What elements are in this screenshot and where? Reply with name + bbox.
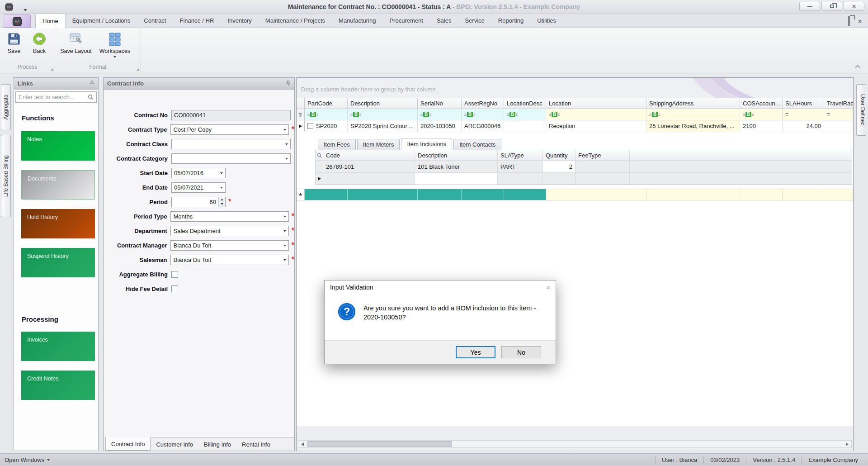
tab-maintenance-projects[interactable]: Maintenance / Projects: [259, 14, 332, 28]
collapse-detail-icon[interactable]: −: [307, 123, 313, 129]
side-tab-aggregate[interactable]: Aggregate: [1, 84, 11, 130]
tab-contract[interactable]: Contract: [137, 14, 173, 28]
close-button[interactable]: ×: [844, 2, 864, 11]
mdi-restore-button[interactable]: [848, 17, 850, 25]
column-header-description[interactable]: Description: [348, 98, 418, 109]
tab-rental-info[interactable]: Rental Info: [236, 438, 276, 451]
links-search-input[interactable]: Enter text to search...: [15, 91, 97, 103]
side-tab-user-defined[interactable]: User Defined: [856, 84, 866, 136]
subcell-code-empty[interactable]: [323, 173, 415, 185]
filter-travelradius[interactable]: =: [824, 109, 853, 120]
column-header-location[interactable]: Location: [546, 98, 646, 109]
contract-class-select[interactable]: [171, 139, 291, 149]
cell-slahours[interactable]: 24.00: [783, 120, 824, 132]
append-cell-travelradius[interactable]: [824, 189, 853, 200]
dialog-close-icon[interactable]: ×: [546, 284, 550, 291]
department-select[interactable]: Sales Department: [170, 226, 288, 236]
subcell-feetype[interactable]: [576, 161, 630, 172]
tab-reporting[interactable]: Reporting: [491, 14, 530, 28]
subcell-feetype-empty[interactable]: [576, 173, 630, 185]
subcell-description-editing[interactable]: [415, 173, 498, 185]
cell-description[interactable]: SP2020 Sprint Colour ...: [348, 120, 418, 132]
credit-notes-button[interactable]: Credit Notes: [21, 371, 95, 400]
hold-history-button[interactable]: Hold History: [21, 209, 95, 238]
save-button[interactable]: Save: [4, 31, 24, 62]
pin-icon[interactable]: [90, 81, 94, 86]
tab-customer-info[interactable]: Customer Info: [151, 438, 198, 451]
cell-locationdesc[interactable]: [504, 120, 546, 132]
cell-travelradius[interactable]: [824, 120, 853, 132]
process-group-launcher-icon[interactable]: [51, 68, 53, 71]
cell-assetregno[interactable]: AREG000046: [462, 120, 504, 132]
scroll-right-icon[interactable]: [843, 441, 851, 447]
mdi-close-button[interactable]: ×: [858, 17, 862, 25]
spinner-buttons[interactable]: [218, 197, 225, 207]
end-date-picker[interactable]: 05/07/2021: [171, 182, 226, 193]
ribbon-collapse-button[interactable]: [854, 64, 862, 70]
period-stepper[interactable]: 60: [171, 197, 226, 207]
restore-button[interactable]: [821, 2, 842, 11]
aggregate-billing-checkbox[interactable]: [171, 271, 178, 278]
subcolumn-header-description[interactable]: Description: [415, 150, 498, 161]
filter-location[interactable]: aBc: [546, 109, 646, 120]
subcolumn-header-slatype[interactable]: SLAType: [498, 150, 543, 161]
append-cell-partcode[interactable]: [305, 189, 348, 200]
tab-billing-info[interactable]: Billing Info: [198, 438, 236, 451]
tab-procurement[interactable]: Procurement: [382, 14, 429, 28]
horizontal-scrollbar[interactable]: [298, 440, 852, 448]
subgrid-new-row[interactable]: [316, 173, 852, 185]
subcolumn-header-code[interactable]: Code: [323, 150, 415, 161]
start-date-picker[interactable]: 05/07/2016: [171, 168, 226, 178]
filter-shippingaddress[interactable]: aBc: [646, 109, 740, 120]
column-header-cosaccount[interactable]: COSAccoun...: [740, 98, 783, 109]
append-cell-location[interactable]: [546, 189, 646, 200]
subcell-slatype[interactable]: PART: [498, 161, 543, 172]
subcell-quantity-empty[interactable]: [543, 173, 576, 185]
append-cell-assetregno[interactable]: [462, 189, 504, 200]
append-cell-locationdesc[interactable]: [504, 189, 546, 200]
column-header-serialno[interactable]: SerialNo: [418, 98, 462, 109]
open-windows-button[interactable]: Open Windows: [0, 456, 50, 463]
cell-shippingaddress[interactable]: 25 Lonestar Road, Ranchville, ...: [646, 120, 740, 132]
salesman-select[interactable]: Bianca Du Toit: [170, 255, 288, 265]
subcell-quantity[interactable]: 2: [543, 161, 576, 172]
cell-partcode[interactable]: − SP2020: [305, 120, 348, 132]
append-cell-slahours[interactable]: [783, 189, 824, 200]
application-menu-button[interactable]: [4, 14, 31, 28]
suspend-history-button[interactable]: Suspend History: [21, 248, 95, 277]
append-cell-description[interactable]: [348, 189, 418, 200]
workspaces-button[interactable]: Workspaces: [98, 31, 132, 62]
filter-partcode[interactable]: aBc: [305, 109, 348, 120]
save-layout-button[interactable]: Save Layout: [59, 31, 93, 62]
yes-button[interactable]: Yes: [456, 346, 495, 358]
grid-append-row[interactable]: *: [297, 189, 853, 200]
cell-location[interactable]: Reception: [546, 120, 646, 132]
column-header-partcode[interactable]: PartCode: [305, 98, 348, 109]
contract-no-input[interactable]: CO0000041: [171, 110, 291, 120]
column-header-slahours[interactable]: SLAHours: [783, 98, 824, 109]
subcell-slatype-empty[interactable]: [498, 173, 543, 185]
no-button[interactable]: No: [501, 346, 541, 358]
cell-cosaccount[interactable]: 2100: [740, 120, 783, 132]
tab-item-contacts[interactable]: Item Contacts: [453, 139, 501, 150]
invoices-button[interactable]: Invoices: [21, 332, 95, 361]
tab-item-inclusions[interactable]: Item Inclusions: [401, 138, 452, 150]
append-cell-cosaccount[interactable]: [740, 189, 783, 200]
minimize-button[interactable]: [799, 2, 820, 11]
filter-description[interactable]: aBc: [348, 109, 418, 120]
tab-item-fees[interactable]: Item Fees: [318, 139, 356, 150]
filter-locationdesc[interactable]: aBc: [504, 109, 546, 120]
tab-inventory[interactable]: Inventory: [221, 14, 258, 28]
subgrid-search-icon[interactable]: [316, 150, 323, 161]
append-cell-serialno[interactable]: [418, 189, 462, 200]
filter-cosaccount[interactable]: aBc: [740, 109, 783, 120]
subgrid-data-row[interactable]: 26789-101 101 Black Toner PART 2: [316, 161, 852, 173]
subcell-code[interactable]: 26789-101: [323, 161, 415, 172]
filter-assetregno[interactable]: aBc: [462, 109, 504, 120]
format-group-launcher-icon[interactable]: [137, 68, 139, 71]
tab-service[interactable]: Service: [458, 14, 491, 28]
tab-home[interactable]: Home: [35, 14, 66, 29]
column-header-travelradius[interactable]: TravelRadiu...: [824, 98, 853, 109]
subcell-description[interactable]: 101 Black Toner: [415, 161, 498, 172]
scrollbar-thumb[interactable]: [307, 441, 452, 447]
